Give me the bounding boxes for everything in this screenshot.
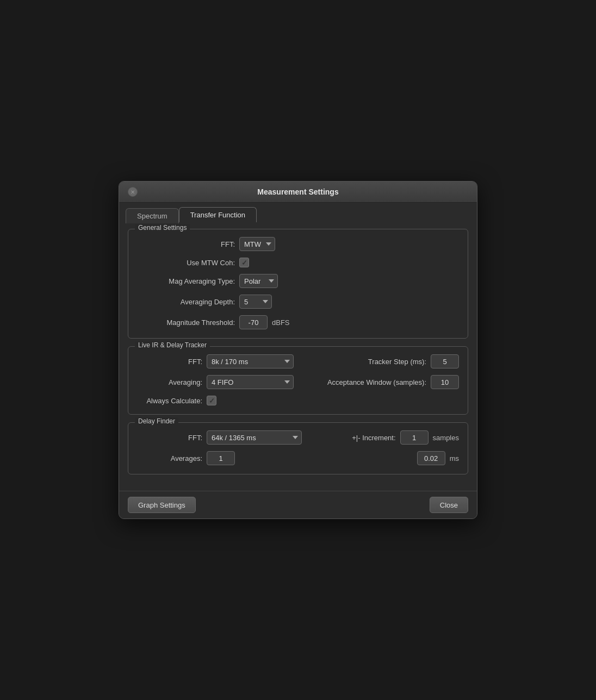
live-fft-select[interactable]: 4k / 85 ms 8k / 170 ms 16k / 340 ms 32k …	[207, 354, 294, 368]
titlebar: Measurement Settings	[119, 182, 477, 203]
mag-threshold-unit: dBFS	[272, 318, 290, 327]
delay-finder-section: Delay Finder FFT: 8k / 170 ms 16k / 340 …	[128, 422, 468, 474]
always-calculate-label: Always Calculate:	[137, 397, 202, 405]
use-mtw-coh-checkbox[interactable]	[239, 258, 249, 267]
delay-fft-select[interactable]: 8k / 170 ms 16k / 340 ms 32k / 680 ms 64…	[207, 430, 302, 445]
mag-threshold-row: Magnitude Threshold: dBFS	[137, 315, 459, 329]
avg-depth-label: Averaging Depth:	[137, 298, 235, 306]
mag-avg-type-label: Mag Averaging Type:	[137, 277, 235, 285]
fft-row: FFT: MTW FFT LTD	[137, 237, 459, 251]
use-mtw-coh-row: Use MTW Coh:	[137, 258, 459, 267]
always-calculate-checkbox[interactable]	[207, 396, 216, 405]
main-content: General Settings FFT: MTW FFT LTD Use MT…	[119, 222, 477, 491]
live-fft-label: FFT:	[137, 358, 202, 366]
measurement-settings-window: Measurement Settings Spectrum Transfer F…	[119, 181, 477, 519]
tracker-step-label: Tracker Step (ms):	[368, 358, 426, 366]
delay-fft-row: FFT: 8k / 170 ms 16k / 340 ms 32k / 680 …	[137, 430, 459, 445]
tab-transfer-function[interactable]: Transfer Function	[179, 207, 257, 222]
acceptance-window-input[interactable]	[431, 375, 459, 389]
window-title: Measurement Settings	[257, 188, 338, 196]
tracker-step-input[interactable]	[431, 354, 459, 368]
fft-select[interactable]: MTW FFT LTD	[239, 237, 275, 251]
mag-threshold-label: Magnitude Threshold:	[137, 318, 235, 327]
averaging-select[interactable]: 1 FIFO 2 FIFO 4 FIFO 8 FIFO 16 FIFO	[207, 375, 294, 389]
delay-finder-title: Delay Finder	[135, 417, 178, 425]
fft-label: FFT:	[137, 240, 235, 248]
increment-unit: samples	[433, 434, 459, 442]
always-calculate-row: Always Calculate:	[137, 396, 459, 405]
graph-settings-button[interactable]: Graph Settings	[128, 497, 196, 513]
live-ir-section: Live IR & Delay Tracker FFT: 4k / 85 ms …	[128, 346, 468, 415]
increment-label: +|- Increment:	[352, 434, 395, 442]
mag-avg-type-row: Mag Averaging Type: Polar Linear Log	[137, 274, 459, 288]
use-mtw-coh-label: Use MTW Coh:	[137, 259, 235, 267]
averages-label: Averages:	[137, 454, 202, 462]
mag-avg-type-select[interactable]: Polar Linear Log	[239, 274, 278, 288]
averages-row: Averages: ms	[137, 451, 459, 465]
footer: Graph Settings Close	[119, 491, 477, 518]
close-icon[interactable]	[128, 187, 138, 197]
averaging-label: Averaging:	[137, 378, 202, 386]
ms-unit: ms	[450, 454, 459, 462]
live-fft-row: FFT: 4k / 85 ms 8k / 170 ms 16k / 340 ms…	[137, 354, 459, 368]
close-button[interactable]: Close	[430, 497, 468, 513]
tab-spectrum[interactable]: Spectrum	[126, 208, 179, 223]
ms-input[interactable]	[417, 451, 445, 465]
general-settings-title: General Settings	[135, 224, 190, 232]
increment-input[interactable]	[400, 430, 429, 445]
delay-fft-label: FFT:	[137, 434, 202, 442]
tabs-bar: Spectrum Transfer Function	[119, 203, 477, 222]
avg-depth-row: Averaging Depth: 1234 5816	[137, 295, 459, 309]
live-averaging-row: Averaging: 1 FIFO 2 FIFO 4 FIFO 8 FIFO 1…	[137, 375, 459, 389]
mag-threshold-input[interactable]	[239, 315, 268, 329]
averages-input[interactable]	[207, 451, 235, 465]
live-ir-title: Live IR & Delay Tracker	[135, 341, 210, 349]
general-settings-section: General Settings FFT: MTW FFT LTD Use MT…	[128, 229, 468, 339]
acceptance-window-label: Acceptance Window (samples):	[327, 378, 426, 386]
avg-depth-select[interactable]: 1234 5816	[239, 295, 272, 309]
